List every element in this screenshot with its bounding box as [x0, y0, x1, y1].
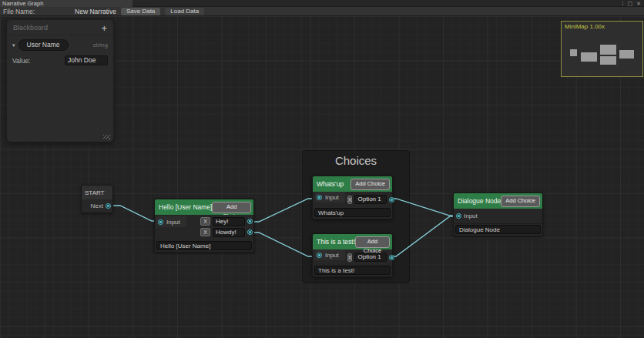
test-choice1-remove-button[interactable]: X	[347, 253, 353, 262]
blackboard-value-row: Value: John Doe	[7, 53, 113, 68]
save-data-button[interactable]: Save Data	[121, 8, 160, 15]
file-name-label: File Name:	[3, 8, 35, 15]
edge-hey-to-whatsup[interactable]	[251, 199, 316, 222]
hello-node-header: Hello [User Name] Add Choice	[155, 199, 253, 215]
edge-howdy-to-test[interactable]	[251, 233, 316, 256]
test-input-container: Input	[315, 249, 345, 260]
hello-choices: X Hey! X Howdy!	[200, 215, 253, 240]
test-add-choice-button[interactable]: Add Choice	[355, 236, 390, 248]
hello-input-container: Input	[156, 216, 186, 227]
property-type-label: string	[92, 42, 108, 49]
window-title: Narrative Graph	[2, 0, 43, 7]
start-node-body: Next	[82, 199, 112, 213]
blackboard-panel[interactable]: Blackboard + ▾ User Name string Value: J…	[6, 19, 114, 142]
hello-choice1-remove-button[interactable]: X	[200, 217, 210, 226]
dialogue-add-choice-button[interactable]: Add Choice	[501, 196, 540, 207]
minimap-node	[600, 56, 616, 65]
minimap-node	[570, 49, 577, 56]
whatsup-input-container: Input	[315, 192, 345, 202]
maximize-icon[interactable]: ▢	[628, 0, 633, 7]
hello-choice1-field[interactable]: Hey!	[213, 217, 245, 226]
graph-canvas[interactable]: Choices START Next Hello [User Name] Add	[0, 16, 644, 338]
window-tab[interactable]: Narrative Graph	[0, 0, 132, 7]
test-dialogue-text-field[interactable]: This is a test!	[314, 266, 391, 275]
hello-choice2-output-port[interactable]	[247, 229, 253, 235]
whatsup-node-header: Whats'up Add Choice	[313, 176, 392, 192]
add-property-icon[interactable]: +	[101, 25, 107, 32]
whatsup-choice1-field[interactable]: Option 1	[354, 195, 387, 204]
hello-choice2-remove-button[interactable]: X	[200, 228, 210, 236]
start-node-header: START	[82, 186, 112, 199]
start-node[interactable]: START Next	[81, 185, 113, 213]
dialogue-input-port[interactable]	[456, 213, 461, 219]
whatsup-node-body: Input X Option 1	[313, 192, 392, 207]
property-name-pill[interactable]: User Name	[18, 39, 69, 51]
dialogue-node[interactable]: Dialogue Node Add Choice Input Dialogue …	[453, 192, 543, 236]
narrative-graph-window: Narrative Graph ⁞ ▢ ✕ File Name: New Nar…	[0, 0, 644, 338]
hello-choice-row-1: X Hey!	[200, 216, 253, 226]
whatsup-input-label: Input	[325, 194, 339, 201]
edge-whatsup-to-dialogue[interactable]	[387, 199, 457, 216]
whatsup-node-title: Whats'up	[317, 180, 344, 188]
window-controls: ⁞ ▢ ✕	[622, 0, 641, 7]
minimap[interactable]: MiniMap 1.00x	[561, 21, 643, 77]
value-label: Value:	[12, 57, 30, 65]
blackboard-header: Blackboard +	[7, 20, 113, 35]
start-next-output-port[interactable]	[106, 203, 111, 209]
chevron-down-icon[interactable]: ▾	[12, 42, 15, 49]
test-input-port[interactable]	[317, 253, 322, 258]
hello-node-body: Input X Hey! X Howdy!	[155, 215, 253, 240]
load-data-button[interactable]: Load Data	[165, 8, 204, 15]
blackboard-property-row: ▾ User Name string	[7, 35, 113, 53]
hello-node[interactable]: Hello [User Name] Add Choice Input X Hey…	[154, 199, 254, 253]
edge-test-to-dialogue[interactable]	[387, 216, 457, 256]
file-name-input[interactable]: New Narrative	[75, 8, 116, 15]
dialogue-node-title: Dialogue Node	[458, 197, 501, 205]
graph-toolbar: File Name: New Narrative Save Data Load …	[0, 7, 644, 16]
close-icon[interactable]: ✕	[636, 0, 641, 7]
title-bar: Narrative Graph ⁞ ▢ ✕	[0, 0, 644, 7]
blackboard-title: Blackboard	[13, 24, 48, 32]
test-input-label: Input	[325, 252, 339, 259]
hello-choice2-field[interactable]: Howdy!	[213, 228, 245, 237]
test-choice1-field[interactable]: Option 1	[354, 253, 387, 262]
start-node-title: START	[85, 189, 104, 196]
dialogue-text-field[interactable]: Dialogue Node	[455, 225, 541, 234]
next-output-label: Next	[91, 202, 103, 209]
minimap-node	[600, 45, 616, 55]
test-node-header: This is a test! Add Choice	[313, 234, 392, 249]
hello-dialogue-text-field[interactable]: Hello [User Name]	[156, 241, 252, 250]
hello-node-title: Hello [User Name]	[159, 203, 212, 211]
test-node-title: This is a test!	[317, 238, 355, 246]
resize-grip-icon[interactable]	[103, 135, 110, 139]
whatsup-add-choice-button[interactable]: Add Choice	[351, 179, 390, 190]
kebab-menu-icon[interactable]: ⁞	[622, 0, 624, 7]
minimap-node	[619, 50, 634, 59]
whatsup-input-port[interactable]	[317, 195, 322, 200]
hello-add-choice-button[interactable]: Add Choice	[212, 202, 251, 213]
hello-input-port[interactable]	[158, 219, 163, 225]
minimap-title: MiniMap 1.00x	[562, 22, 642, 32]
whatsup-choice1-remove-button[interactable]: X	[347, 196, 353, 204]
property-value-field[interactable]: John Doe	[65, 55, 108, 65]
hello-input-label: Input	[166, 219, 180, 226]
hello-choice1-output-port[interactable]	[247, 219, 253, 224]
dialogue-node-header: Dialogue Node Add Choice	[454, 193, 542, 209]
dialogue-input-label: Input	[464, 213, 478, 219]
minimap-node	[581, 52, 597, 62]
dialogue-node-body: Input	[454, 209, 542, 224]
hello-choice-row-2: X Howdy!	[200, 227, 253, 237]
edge-start-to-hello[interactable]	[110, 206, 159, 221]
whatsup-dialogue-text-field[interactable]: Whats'up	[314, 208, 391, 217]
whatsup-node[interactable]: Whats'up Add Choice Input X Option 1 Wha…	[312, 176, 393, 219]
test-node[interactable]: This is a test! Add Choice Input X Optio…	[312, 233, 393, 277]
